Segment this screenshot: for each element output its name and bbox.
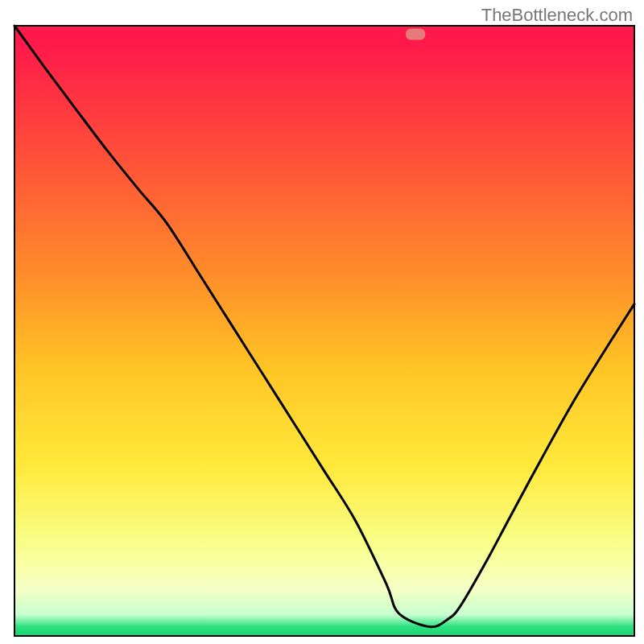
minimum-marker: [406, 29, 425, 40]
attribution-text: TheBottleneck.com: [481, 5, 633, 26]
bottleneck-chart: [0, 0, 644, 644]
chart-container: TheBottleneck.com: [0, 0, 644, 644]
plot-background: [14, 26, 634, 636]
